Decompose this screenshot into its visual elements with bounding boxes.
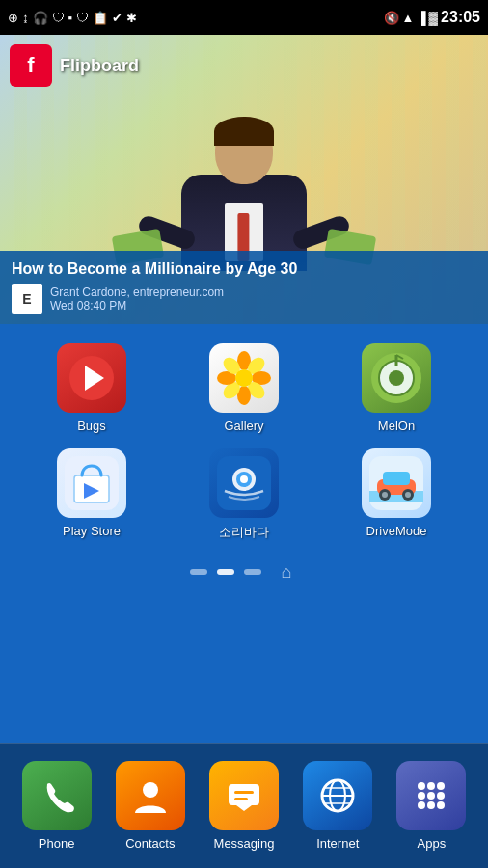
flipboard-logo: f Flipboard [10,44,139,87]
check-icon: ✔ [112,11,122,25]
page-dot-3[interactable] [244,569,261,575]
flipboard-icon: f [10,44,52,87]
security-icon: 🛡 [76,11,89,25]
gallery-flower-icon [215,349,273,407]
soribada-icon [209,448,279,518]
dock-item-phone[interactable]: Phone [10,761,103,851]
soribada-logo-icon [217,456,271,510]
drivemode-car-icon [369,456,423,510]
svg-point-54 [437,801,445,809]
page-dot-1[interactable] [190,569,207,575]
drivemode-label: DriveMode [366,524,427,538]
svg-point-46 [418,782,425,790]
svg-point-47 [427,782,435,790]
melon-logo-icon [369,351,423,405]
app-item-playstore[interactable]: Play Store [19,448,164,541]
clipboard-icon: 📋 [93,11,108,25]
status-icons-left: ⊕ ↨ 🎧 🛡 ▪ 🛡 📋 ✔ ✱ [8,11,137,25]
add-icon: ⊕ [8,11,18,25]
flipboard-widget[interactable]: f Flipboard How to Become a Millionaire … [0,35,488,324]
bugs-icon [57,343,126,413]
svg-point-15 [235,369,253,387]
page-indicators: ⌂ [0,551,488,593]
svg-point-49 [418,792,425,800]
messaging-label: Messaging [214,836,275,851]
svg-point-18 [389,370,404,386]
mute-icon: 🔇 [384,11,399,25]
dock-item-messaging[interactable]: Messaging [197,761,290,851]
bottom-dock: Phone Contacts Messaging [0,743,488,868]
contacts-icon [116,761,185,830]
svg-point-36 [143,782,158,798]
playstore-label: Play Store [63,524,121,538]
bt-icon: ✱ [126,11,137,25]
status-icons-right: 🔇 ▲ ▐ ▓ 23:05 [384,9,481,26]
playstore-icon [57,448,126,518]
bugs-label: Bugs [77,419,106,433]
flipboard-title: Flipboard [60,56,139,76]
gallery-label: Gallery [224,419,263,433]
app-item-gallery[interactable]: Gallery [172,343,316,433]
svg-point-27 [240,475,248,483]
svg-point-53 [427,801,435,809]
article-image [167,117,321,271]
home-shortcut-button[interactable]: ⌂ [275,560,298,583]
app-item-soribada[interactable]: 소리바다 [172,448,316,541]
svg-rect-40 [234,798,248,800]
soribada-label: 소리바다 [219,524,269,541]
article-title: How to Become a Millionaire by Age 30 [12,260,476,278]
source-name: Grant Cardone, entrepreneur.com [50,285,224,299]
svg-point-50 [427,792,435,800]
article-overlay[interactable]: How to Become a Millionaire by Age 30 E … [0,251,488,324]
article-meta: E Grant Cardone, entrepreneur.com Wed 08… [12,284,476,314]
status-bar: ⊕ ↨ 🎧 🛡 ▪ 🛡 📋 ✔ ✱ 🔇 ▲ ▐ ▓ 23:05 [0,0,488,35]
internet-icon [303,761,372,830]
svg-point-34 [382,492,388,498]
shield-icon: 🛡 [52,11,65,25]
gallery-icon [209,343,279,413]
melon-label: MelOn [378,419,415,433]
dock-item-internet[interactable]: Internet [291,761,385,851]
svg-point-48 [437,782,445,790]
app-item-drivemode[interactable]: DriveMode [324,448,469,541]
svg-rect-37 [229,784,259,805]
svg-marker-38 [236,805,252,811]
messaging-icon [209,761,279,830]
bugs-play-icon [68,354,116,402]
dock-item-contacts[interactable]: Contacts [103,761,197,851]
app-grid: Bugs Gallery [0,324,488,551]
melon-icon [362,343,431,413]
wifi-icon: ▲ [402,11,415,25]
play-store-logo-icon [65,456,119,510]
apps-label: Apps [418,836,447,851]
status-time: 23:05 [441,9,480,26]
internet-label: Internet [316,836,359,851]
apps-icon [396,761,466,830]
drivemode-icon [362,448,431,518]
headphones-icon: 🎧 [33,11,48,25]
svg-point-35 [405,492,411,498]
app-item-melon[interactable]: MelOn [324,343,469,433]
svg-point-51 [437,792,445,800]
signal-icon: ▐ [417,11,425,25]
app-item-bugs[interactable]: Bugs [19,343,164,433]
svg-point-52 [418,801,425,809]
page-dot-2[interactable] [217,569,234,575]
svg-rect-39 [234,791,254,794]
phone-icon [22,761,92,830]
usb-icon: ↨ [22,11,29,25]
battery-level-icon: ▓ [429,11,438,25]
contacts-label: Contacts [125,836,175,851]
battery-icon: ▪ [68,11,73,25]
source-icon: E [12,284,42,314]
source-time: Wed 08:40 PM [50,299,224,312]
dock-item-apps[interactable]: Apps [385,761,478,851]
svg-rect-31 [383,472,410,485]
article-source-info: Grant Cardone, entrepreneur.com Wed 08:4… [50,285,224,312]
phone-label: Phone [39,836,75,851]
